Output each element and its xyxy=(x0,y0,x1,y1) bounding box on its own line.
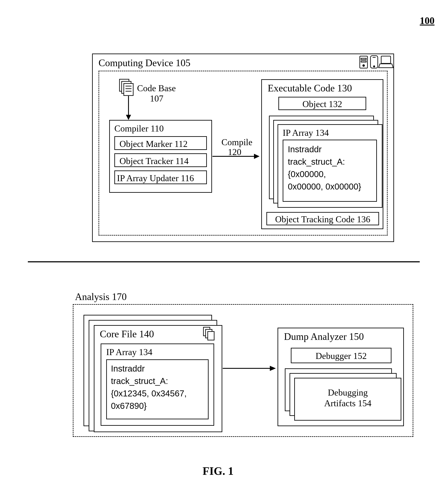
separator-line xyxy=(28,261,420,262)
compile-label: Compile xyxy=(221,137,253,147)
computing-device-title: Computing Device 105 xyxy=(98,57,190,69)
object-132-label: Object 132 xyxy=(278,99,366,109)
compiler-title: Compiler 110 xyxy=(114,123,164,134)
executable-code-title: Executable Code 130 xyxy=(268,83,352,94)
ip-array-updater-label: IP Array Updater 116 xyxy=(117,173,194,183)
dump-analyzer-title: Dump Analyzer 150 xyxy=(284,331,364,342)
figure-reference-number: 100 xyxy=(420,15,434,26)
figure-caption: FIG. 1 xyxy=(202,465,233,477)
analysis-title: Analysis 170 xyxy=(75,291,127,303)
ip-array-top-text: Instraddr track_struct_A: {0x00000, 0x00… xyxy=(288,143,361,193)
ip-array-core-text: Instraddr track_struct_A: {0x12345, 0x34… xyxy=(111,362,187,412)
core-file-title: Core File 140 xyxy=(100,329,154,340)
debugger-label: Debugger 152 xyxy=(291,351,391,361)
ip-array-top-title: IP Array 134 xyxy=(283,128,329,138)
ip-array-core-title: IP Array 134 xyxy=(106,347,152,357)
code-base-num: 107 xyxy=(150,93,163,104)
debugging-artifacts-label: Debugging Artifacts 154 xyxy=(294,387,401,409)
object-tracking-code-label: Object Tracking Code 136 xyxy=(266,214,379,225)
object-tracker-label: Object Tracker 114 xyxy=(119,156,189,166)
code-base-label: Code Base xyxy=(137,83,176,93)
compile-num: 120 xyxy=(228,147,241,157)
object-marker-label: Object Marker 112 xyxy=(119,139,188,149)
diagram-canvas: 100 Computing Device 105 xyxy=(0,0,448,481)
